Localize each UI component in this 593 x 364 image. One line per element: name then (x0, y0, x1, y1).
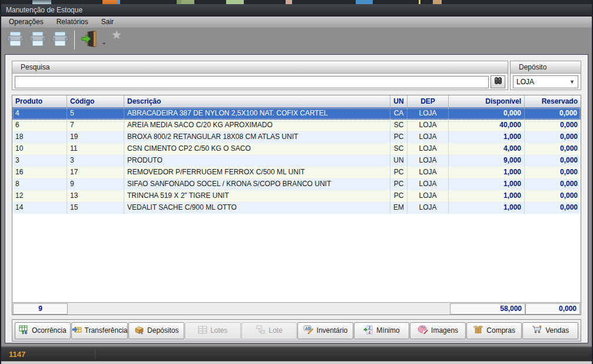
depositos-button[interactable]: Depósitos (128, 322, 184, 339)
cell-descricao: PRODUTO (124, 155, 390, 167)
transferencia-button[interactable]: Transferência (71, 322, 128, 339)
button-label: Depósitos (147, 326, 178, 335)
search-group-label: Pesquisa (21, 63, 49, 71)
stock-grid: Produto Código Descrição UN DEP Disponív… (12, 95, 581, 315)
lotes-button[interactable]: Lotes (185, 322, 241, 339)
search-group-body (12, 74, 508, 90)
toolbar: ⌄ (1, 28, 592, 52)
cell-codigo: 9 (67, 178, 124, 190)
search-button[interactable] (491, 75, 505, 88)
vendas-button[interactable]: Vendas (522, 322, 578, 339)
grid-empty-area (12, 214, 581, 302)
cell-reservado: 0,000 (525, 120, 581, 131)
table-row[interactable]: 18 19 BROXA 800/2 RETANGULAR 18X08 CM AT… (12, 131, 581, 143)
table-row[interactable]: 4 5 ABRACADEIRA 387 DE NYLON 2,5X100 NAT… (12, 108, 581, 120)
cell-descricao: CSN CIMENTO CP2 C/50 KG O SACO (124, 143, 390, 155)
cell-reservado: 0,000 (525, 108, 581, 120)
inventario-button[interactable]: AB Inventário (297, 322, 353, 339)
deposito-select[interactable]: LOJA ▼ (513, 75, 578, 88)
table-row[interactable]: 10 11 CSN CIMENTO CP2 C/50 KG O SACO SC … (12, 143, 581, 155)
button-label: Lote (269, 326, 282, 335)
button-label: Transferência (85, 326, 128, 335)
desktop-icon-fragment (32, 0, 51, 4)
cell-dep: LOJA (408, 120, 449, 131)
cell-un: UN (390, 155, 408, 167)
lote-button[interactable]: Lote (241, 322, 297, 339)
button-label: Inventário (317, 326, 348, 335)
printer-icon (6, 31, 24, 49)
cell-produto: 12 (12, 190, 67, 202)
cell-produto: 14 (12, 202, 67, 214)
menu-relatorios[interactable]: Relatórios (50, 16, 95, 28)
printer-icon (51, 31, 69, 49)
minimo-button[interactable]: 24 Mínimo (354, 322, 410, 339)
desktop-icon-fragment (433, 0, 442, 4)
disponivel-total: 58,000 (450, 303, 525, 315)
cell-produto: 3 (12, 155, 67, 167)
action-button-bar: Ocorrência Transferência Depósitos Lotes… (12, 319, 581, 342)
exit-button[interactable] (78, 29, 100, 51)
table-row[interactable]: 12 13 TRINCHA 519 X 2" TIGRE UNIT PC LOJ… (12, 190, 581, 202)
inventory-ab-pencil-icon: AB (303, 325, 314, 336)
grid-header: Produto Código Descrição UN DEP Disponív… (12, 95, 581, 108)
column-header-reservado[interactable]: Reservado (525, 95, 581, 107)
menu-operacoes[interactable]: Operações (2, 16, 50, 28)
desktop-icon-fragment (356, 0, 373, 4)
menu-sair[interactable]: Sair (95, 16, 120, 28)
reservado-total: 0,000 (525, 303, 580, 315)
table-row[interactable]: 14 15 VEDALIT SACHE C/900 ML OTTO EM LOJ… (12, 202, 581, 214)
cell-disponivel: 9,000 (449, 155, 525, 167)
cell-descricao: TRINCHA 519 X 2" TIGRE UNIT (124, 190, 390, 202)
printer-icon (29, 31, 47, 49)
toolbar-separator (74, 31, 75, 49)
button-label: Ocorrência (32, 326, 67, 335)
cell-disponivel: 1,000 (449, 167, 525, 178)
cell-dep: LOJA (408, 155, 449, 167)
grid-body: 4 5 ABRACADEIRA 387 DE NYLON 2,5X100 NAT… (12, 108, 581, 214)
column-header-disponivel[interactable]: Disponível (449, 95, 525, 107)
cell-dep: LOJA (408, 178, 449, 190)
button-label: Mínimo (376, 326, 399, 335)
search-input[interactable] (15, 76, 489, 88)
ocorrencia-button[interactable]: Ocorrência (15, 322, 71, 339)
status-bar: 1147 (1, 346, 592, 361)
column-header-codigo[interactable]: Código (67, 95, 124, 107)
cell-dep: LOJA (408, 131, 449, 143)
cell-un: SC (390, 143, 408, 155)
cell-descricao: AREIA MEDIA SACO C/20 KG APROXIMADO (124, 120, 390, 131)
button-label: Vendas (545, 326, 569, 335)
cell-descricao: VEDALIT SACHE C/900 ML OTTO (124, 202, 390, 214)
desktop-icon-fragment (419, 0, 420, 4)
button-label: Lotes (210, 326, 227, 335)
cell-un: CA (390, 108, 408, 120)
cell-disponivel: 4,000 (449, 143, 525, 155)
table-row[interactable]: 3 3 PRODUTO UN LOJA 9,000 0,000 (12, 155, 581, 167)
star-icon (111, 29, 122, 42)
cell-descricao: REMOVEDOR P/FERRUGEM FERROX C/500 ML UNI… (124, 167, 390, 178)
cell-un: PC (390, 190, 408, 202)
print-button-3[interactable] (49, 29, 71, 51)
cell-codigo: 15 (67, 202, 124, 214)
cell-disponivel: 1,000 (449, 131, 525, 143)
column-header-descricao[interactable]: Descrição (124, 95, 390, 107)
cell-dep: LOJA (408, 190, 449, 202)
table-row[interactable]: 6 7 AREIA MEDIA SACO C/20 KG APROXIMADO … (12, 120, 581, 131)
compras-button[interactable]: Compras (466, 322, 522, 339)
print-button-2[interactable] (26, 29, 49, 51)
cell-reservado: 0,000 (525, 167, 581, 178)
imagens-button[interactable]: Imagens (410, 322, 466, 339)
print-button-1[interactable] (4, 29, 26, 51)
column-header-produto[interactable]: Produto (12, 95, 67, 107)
chevron-down-icon[interactable]: ⌄ (101, 38, 107, 46)
deposito-selected-value: LOJA (516, 78, 534, 86)
background-icons-strip (1, 0, 592, 4)
svg-text:AB: AB (305, 326, 311, 330)
search-group-header: Pesquisa (12, 61, 508, 74)
column-header-dep[interactable]: DEP (408, 95, 449, 107)
cell-produto: 10 (12, 143, 67, 155)
column-header-un[interactable]: UN (390, 95, 408, 107)
table-row[interactable]: 8 9 SIFAO SANFONADO SOCEL / KRONA S/COPO… (12, 178, 581, 190)
table-row[interactable]: 16 17 REMOVEDOR P/FERRUGEM FERROX C/500 … (12, 167, 581, 178)
cell-disponivel: 1,000 (449, 202, 525, 214)
cell-produto: 4 (12, 108, 67, 120)
